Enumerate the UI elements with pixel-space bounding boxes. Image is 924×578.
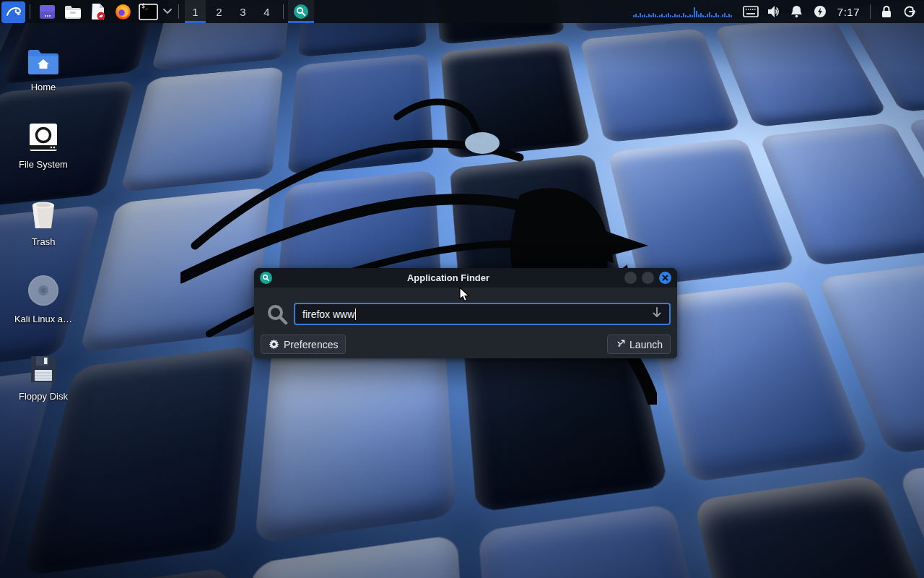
desktop-icon-home[interactable]: Home	[9, 40, 78, 118]
kali-dragon-icon	[5, 4, 22, 21]
desktop-icon-kali-linux-cd[interactable]: Kali Linux a…	[9, 272, 78, 350]
search-icon	[261, 303, 294, 325]
workspace-2-label: 2	[216, 6, 222, 18]
mouse-cursor	[459, 287, 471, 303]
close-button[interactable]	[659, 272, 671, 284]
workspace-4-label: 4	[263, 6, 269, 18]
clock[interactable]: 7:17	[832, 0, 866, 23]
notifications-tray-button[interactable]	[785, 0, 808, 23]
volume-icon	[767, 5, 781, 18]
desktop-icon-floppy-disk[interactable]: Floppy Disk	[9, 350, 78, 427]
disc-icon	[27, 272, 60, 307]
launcher-file-manager[interactable]	[60, 0, 85, 23]
lock-icon	[881, 5, 892, 18]
document-edit-icon	[90, 3, 106, 20]
trash-icon	[29, 195, 58, 230]
desktop-icon-label: File System	[19, 159, 68, 170]
search-input[interactable]: firefox www	[294, 303, 671, 325]
desktop-icon-label: Kali Linux a…	[14, 314, 72, 324]
clock-time: 7:17	[837, 6, 860, 18]
lock-screen-button[interactable]	[875, 0, 898, 23]
minimize-button[interactable]	[624, 272, 637, 284]
close-icon	[662, 275, 668, 281]
taskbar-application-finder[interactable]	[288, 0, 314, 23]
chevron-down-icon	[163, 9, 172, 14]
finder-actions: Preferences Launch	[254, 325, 677, 358]
volume-tray-button[interactable]	[762, 0, 785, 23]
desktop-icon-file-system[interactable]: File System	[9, 118, 78, 195]
panel-separator	[178, 4, 179, 19]
firefox-icon	[115, 4, 131, 20]
workspace-2-button[interactable]: 2	[209, 0, 230, 23]
hard-disk-icon	[28, 118, 58, 152]
gear-icon	[269, 339, 279, 350]
desktop-icon-column: Home File System Trash	[9, 40, 78, 427]
launcher-text-editor[interactable]	[85, 0, 110, 23]
window-title: Application Finder	[272, 272, 624, 283]
folder-icon	[64, 4, 82, 20]
desktop-icon-label: Trash	[32, 236, 56, 247]
floppy-disk-icon	[29, 350, 58, 384]
power-manager-icon	[814, 5, 827, 18]
desktop-icon-label: Floppy Disk	[19, 391, 68, 402]
launcher-dropdown-button[interactable]	[161, 0, 174, 23]
workspace-4-button[interactable]: 4	[256, 0, 277, 23]
titlebar[interactable]: Application Finder	[254, 268, 677, 288]
workspace-1-button[interactable]: 1	[185, 0, 206, 23]
preferences-label: Preferences	[284, 339, 338, 350]
search-input-value: firefox www	[302, 309, 354, 320]
panel-separator	[870, 4, 871, 19]
panel-separator	[30, 4, 30, 19]
launch-button[interactable]: Launch	[607, 335, 671, 354]
launcher-xterm[interactable]: $_	[136, 0, 161, 23]
launch-label: Launch	[629, 339, 663, 350]
desktop-icon-trash[interactable]: Trash	[9, 195, 78, 272]
window-app-finder-icon	[260, 272, 272, 284]
launcher-web-browser[interactable]	[110, 0, 136, 23]
system-monitor-graph[interactable]	[633, 7, 732, 17]
launch-icon	[615, 340, 625, 350]
text-caret	[355, 309, 356, 320]
keyboard-icon	[743, 6, 759, 17]
notifications-bell-icon	[790, 5, 803, 18]
desktop-icon-label: Home	[31, 82, 56, 92]
kali-menu-button[interactable]	[1, 1, 25, 23]
maximize-button[interactable]	[642, 272, 654, 284]
preferences-button[interactable]: Preferences	[261, 335, 346, 354]
workspace-1-label: 1	[192, 6, 198, 18]
power-manager-tray-button[interactable]	[808, 0, 832, 23]
down-arrow-icon[interactable]	[652, 307, 662, 321]
workspace-3-button[interactable]: 3	[232, 0, 253, 23]
panel-separator	[283, 4, 284, 19]
logout-button[interactable]	[898, 0, 921, 23]
app-finder-icon	[293, 4, 309, 20]
home-folder-icon	[27, 40, 60, 75]
purple-window-icon	[39, 4, 56, 20]
workspace-3-label: 3	[240, 6, 245, 18]
application-finder-window: Application Finder firefox www	[254, 268, 677, 358]
terminal-prompt-glyph: $_	[141, 3, 149, 9]
keyboard-tray-button[interactable]	[739, 0, 762, 23]
launcher-terminal-emulator[interactable]	[35, 0, 60, 23]
logout-icon	[903, 5, 916, 18]
top-panel: $_ 1 2 3 4	[0, 0, 924, 23]
